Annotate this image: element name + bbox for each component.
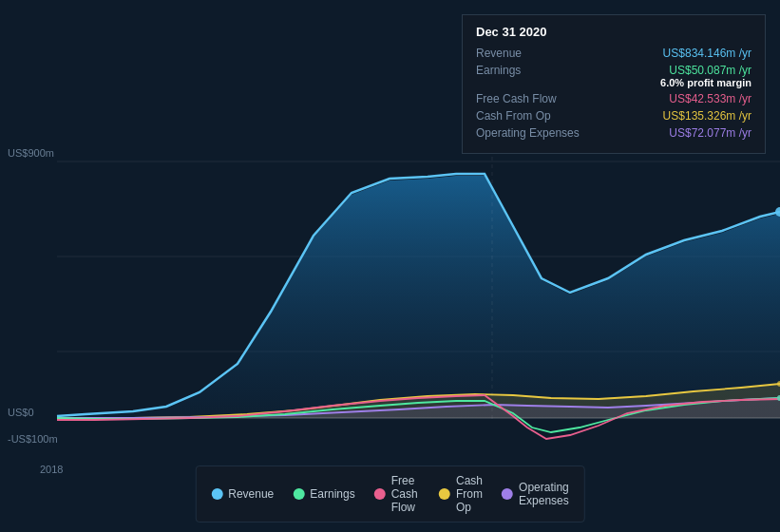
- info-value-earnings: US$50.087m /yr: [669, 64, 751, 77]
- legend-label-revenue: Revenue: [228, 487, 274, 501]
- legend-dot-fcf: [374, 488, 386, 500]
- info-value-opex: US$72.077m /yr: [669, 126, 751, 140]
- info-row-cashop: Cash From Op US$135.326m /yr: [476, 109, 751, 123]
- info-label-opex: Operating Expenses: [476, 126, 590, 140]
- info-label-fcf: Free Cash Flow: [476, 92, 590, 105]
- x-label-2018: 2018: [40, 464, 63, 475]
- legend-label-earnings: Earnings: [310, 487, 354, 501]
- legend-dot-revenue: [211, 488, 222, 500]
- legend-item-revenue[interactable]: Revenue: [211, 474, 274, 514]
- legend-dot-opex: [502, 488, 513, 500]
- info-card-title: Dec 31 2020: [476, 25, 751, 39]
- y-label-900: US$900m: [8, 147, 54, 159]
- legend-label-fcf: Free Cash Flow: [391, 474, 420, 514]
- info-row-opex: Operating Expenses US$72.077m /yr: [476, 126, 751, 140]
- info-row-fcf: Free Cash Flow US$42.533m /yr: [476, 92, 751, 105]
- legend-label-cashop: Cash From Op: [456, 474, 483, 514]
- legend-item-opex[interactable]: Operating Expenses: [502, 474, 569, 514]
- earnings-group: US$50.087m /yr 6.0% profit margin: [660, 64, 751, 88]
- legend-item-fcf[interactable]: Free Cash Flow: [374, 474, 420, 514]
- legend: Revenue Earnings Free Cash Flow Cash Fro…: [195, 466, 585, 522]
- legend-dot-cashop: [439, 488, 450, 500]
- info-value-fcf: US$42.533m /yr: [669, 92, 751, 105]
- legend-dot-earnings: [293, 488, 304, 500]
- info-row-revenue: Revenue US$834.146m /yr: [476, 47, 751, 60]
- info-sub-margin: 6.0% profit margin: [660, 77, 751, 88]
- info-label-revenue: Revenue: [476, 47, 590, 60]
- y-label-0: US$0: [8, 407, 34, 418]
- info-row-earnings: Earnings US$50.087m /yr 6.0% profit marg…: [476, 64, 751, 88]
- legend-label-opex: Operating Expenses: [519, 481, 569, 507]
- legend-item-earnings[interactable]: Earnings: [293, 474, 354, 514]
- info-value-cashop: US$135.326m /yr: [663, 109, 751, 123]
- info-value-revenue: US$834.146m /yr: [663, 47, 751, 60]
- info-card: Dec 31 2020 Revenue US$834.146m /yr Earn…: [462, 14, 766, 154]
- y-label-neg100: -US$100m: [8, 433, 58, 445]
- info-label-earnings: Earnings: [476, 64, 590, 77]
- info-label-cashop: Cash From Op: [476, 109, 590, 123]
- legend-item-cashop[interactable]: Cash From Op: [439, 474, 483, 514]
